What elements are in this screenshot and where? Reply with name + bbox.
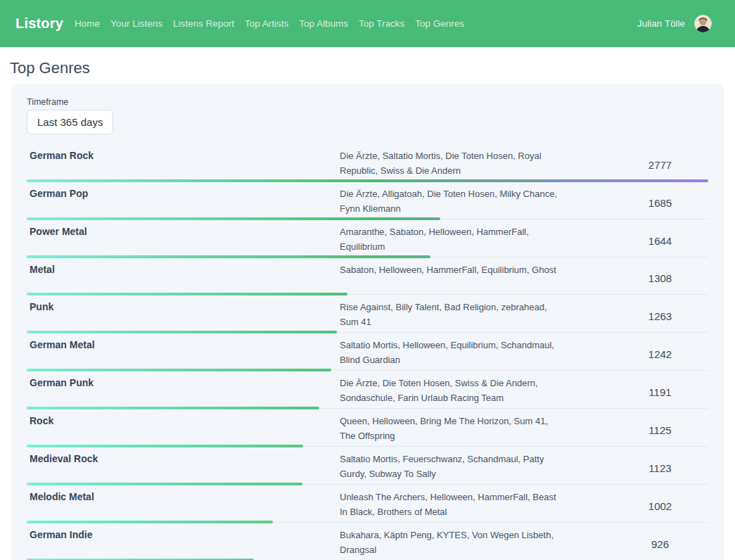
genre-row: German Punk Die Ärzte, Die Toten Hosen, … — [27, 371, 708, 409]
genre-name: German Rock — [27, 148, 340, 181]
genre-count: 1308 — [612, 272, 708, 284]
genre-table: German Rock Die Ärzte, Saltatio Mortis, … — [27, 144, 708, 560]
genre-artists: Amaranthe, Sabaton, Helloween, HammerFal… — [340, 224, 558, 257]
genre-row: Melodic Metal Unleash The Archers, Hello… — [27, 485, 708, 523]
genre-artists: Sabaton, Helloween, HammerFall, Equilibr… — [340, 262, 558, 294]
page-title: Top Genres — [10, 59, 735, 77]
nav-item-home[interactable]: Home — [75, 18, 100, 29]
main-content: Top Genres Timeframe Last 365 days Germa… — [0, 59, 735, 560]
genre-row: German Pop Die Ärzte, Alligatoah, Die To… — [27, 182, 708, 219]
genre-artists: Die Ärzte, Alligatoah, Die Toten Hosen, … — [340, 186, 558, 219]
genre-artists: Saltatio Mortis, Helloween, Equilibrium,… — [340, 338, 558, 370]
genre-name: German Punk — [27, 376, 340, 408]
timeframe-select-button[interactable]: Last 365 days — [27, 110, 113, 134]
genre-count: 2777 — [612, 159, 708, 171]
genre-artists: Die Ärzte, Saltatio Mortis, Die Toten Ho… — [340, 148, 558, 181]
genre-count: 1125 — [612, 424, 708, 436]
genre-name: German Pop — [27, 186, 340, 219]
genre-name: German Indie — [27, 528, 340, 560]
genre-artists: Die Ärzte, Die Toten Hosen, Swiss & Die … — [340, 376, 558, 408]
genre-row: German Metal Saltatio Mortis, Helloween,… — [27, 333, 708, 371]
genre-name: Metal — [27, 262, 340, 294]
genre-count: 1123 — [612, 462, 708, 474]
genre-row: Punk Rise Against, Billy Talent, Bad Rel… — [27, 295, 708, 333]
timeframe-filter: Timeframe Last 365 days — [27, 97, 708, 134]
user-name[interactable]: Julian Tölle — [637, 18, 685, 29]
user-avatar[interactable] — [694, 15, 712, 32]
genre-count: 926 — [612, 538, 708, 550]
nav-item-listens-report[interactable]: Listens Report — [173, 18, 234, 29]
nav-item-your-listens[interactable]: Your Listens — [110, 18, 162, 29]
genre-name: Rock — [27, 414, 340, 446]
nav-item-top-artists[interactable]: Top Artists — [245, 18, 288, 29]
genre-row: Power Metal Amaranthe, Sabaton, Hellowee… — [27, 219, 708, 257]
genre-artists: Bukahara, Käptn Peng, KYTES, Von Wegen L… — [340, 528, 558, 560]
genre-count: 1644 — [612, 235, 708, 247]
genre-artists: Rise Against, Billy Talent, Bad Religion… — [340, 300, 558, 332]
genre-row: German Rock Die Ärzte, Saltatio Mortis, … — [27, 144, 708, 182]
genre-artists: Unleash The Archers, Helloween, HammerFa… — [340, 490, 558, 522]
genre-name: Power Metal — [27, 224, 340, 257]
genre-count: 1685 — [612, 197, 708, 209]
genre-count: 1191 — [612, 386, 708, 398]
genre-artists: Saltatio Mortis, Feuerschwanz, Schandmau… — [340, 452, 558, 484]
genre-row: German Indie Bukahara, Käptn Peng, KYTES… — [27, 523, 708, 560]
genres-card: Timeframe Last 365 days German Rock Die … — [11, 84, 724, 560]
genre-row: Metal Sabaton, Helloween, HammerFall, Eq… — [27, 257, 708, 295]
genre-count: 1242 — [612, 348, 708, 360]
genre-name: German Metal — [27, 338, 340, 370]
genre-count: 1263 — [612, 310, 708, 322]
genre-name: Punk — [27, 300, 340, 332]
genre-row: Rock Queen, Helloween, Bring Me The Hori… — [27, 409, 708, 447]
nav-item-top-albums[interactable]: Top Albums — [299, 18, 348, 29]
nav-item-top-tracks[interactable]: Top Tracks — [359, 18, 404, 29]
navbar: Listory HomeYour ListensListens ReportTo… — [0, 0, 735, 47]
genre-row: Medieval Rock Saltatio Mortis, Feuerschw… — [27, 447, 708, 485]
genre-name: Medieval Rock — [27, 452, 340, 484]
timeframe-label: Timeframe — [27, 97, 708, 107]
app-logo[interactable]: Listory — [15, 15, 63, 32]
avatar-photo-icon — [694, 15, 712, 32]
nav-item-top-genres[interactable]: Top Genres — [415, 18, 464, 29]
nav-user-area: Julian Tölle — [637, 15, 712, 32]
genre-name: Melodic Metal — [27, 490, 340, 522]
nav-links: HomeYour ListensListens ReportTop Artist… — [75, 18, 464, 29]
genre-artists: Queen, Helloween, Bring Me The Horizon, … — [340, 414, 558, 446]
genre-count: 1002 — [612, 500, 708, 512]
